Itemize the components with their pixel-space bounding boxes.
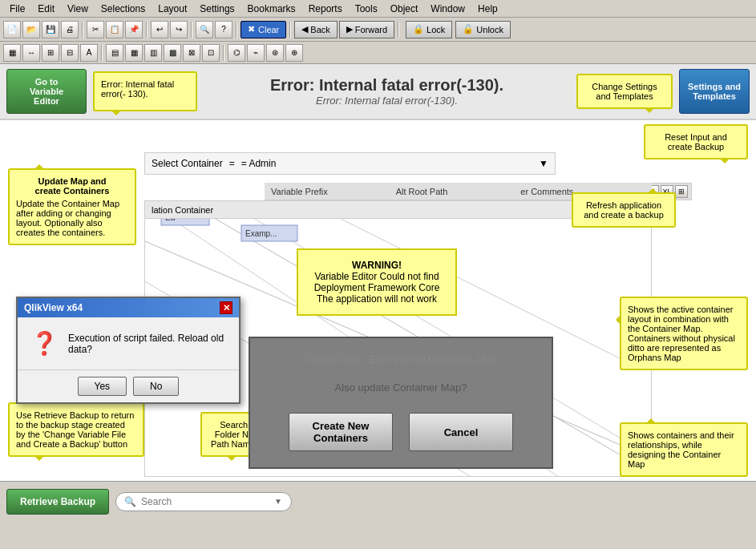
- toolbar-row-2: ▦ ↔ ⊞ ⊟ A ▤ ▦ ▥ ▩ ⊠ ⊡ ⌬ ⌁ ⊛ ⊕: [0, 42, 756, 64]
- select-container-value: = Admin: [241, 158, 539, 169]
- dropdown-arrow-icon[interactable]: ▼: [539, 158, 548, 169]
- tb2-13[interactable]: ⌁: [247, 44, 265, 62]
- tb2-4[interactable]: ⊟: [61, 44, 79, 62]
- tb2-10[interactable]: ⊠: [183, 44, 200, 62]
- dialog-question-icon: ❓: [30, 330, 59, 357]
- retrieve-backup-button[interactable]: Retrieve Backup: [6, 489, 109, 515]
- cancel-create-button[interactable]: Cancel: [409, 413, 513, 451]
- back-button[interactable]: ◀ Back: [294, 21, 337, 38]
- sep4: [236, 22, 237, 38]
- col-variable-prefix: Variable Prefix: [271, 187, 396, 196]
- warning-line1: Variable Editor Could not find: [308, 271, 446, 282]
- tb2-7[interactable]: ▦: [125, 44, 143, 62]
- new-btn[interactable]: 📄: [3, 21, 21, 38]
- container-map-callout: Shows the active container layout in com…: [620, 297, 748, 370]
- update-map-callout: Update Map andcreate Containers Update t…: [8, 168, 136, 245]
- search-btn[interactable]: 🔍: [196, 21, 213, 38]
- menu-file[interactable]: File: [3, 2, 31, 16]
- search-icon: 🔍: [124, 496, 136, 507]
- unlock-button[interactable]: 🔓 Unlock: [455, 21, 511, 38]
- back-icon: ◀: [301, 24, 308, 34]
- cut-btn[interactable]: ✂: [87, 21, 104, 38]
- refresh-text: Refresh application and create a backup: [584, 200, 664, 220]
- lock-button[interactable]: 🔒 Lock: [406, 21, 452, 38]
- tb2-14[interactable]: ⊛: [266, 44, 284, 62]
- search-dropdown-arrow[interactable]: ▼: [274, 497, 282, 506]
- tb2-12[interactable]: ⌬: [228, 44, 245, 62]
- menu-tools[interactable]: Tools: [349, 2, 384, 16]
- forward-button[interactable]: ▶ Forward: [339, 21, 394, 38]
- create-containers-dialog: Create Cont... Error Internal fatal erro…: [249, 337, 553, 469]
- menu-window[interactable]: Window: [424, 2, 471, 16]
- dialog-no-button[interactable]: No: [133, 377, 179, 396]
- unlock-icon: 🔓: [463, 24, 474, 34]
- dialog-message: Execution of script failed. Reload old d…: [68, 333, 226, 355]
- error-title: Error: Internal fatal error(-130).: [204, 76, 570, 95]
- toolbar-row-1: 📄 📂 💾 🖨 ✂ 📋 📌 ↩ ↪ 🔍 ? ✖ Clear ◀ Back ▶ F…: [0, 18, 756, 42]
- clear-icon: ✖: [248, 24, 255, 34]
- refresh-callout: Refresh application and create a backup: [572, 192, 676, 228]
- menu-selections[interactable]: Selections: [95, 2, 152, 16]
- info-btn-expand[interactable]: ⊞: [675, 185, 688, 198]
- reset-input-callout: Reset Input and create Backup: [644, 124, 748, 159]
- error-callout-text: Error: Internal fatal error(- 130).: [101, 79, 174, 99]
- menu-help[interactable]: Help: [471, 2, 504, 16]
- menu-layout[interactable]: Layout: [152, 2, 193, 16]
- update-map-text: Update the Container Map after adding or…: [16, 199, 119, 237]
- help-btn[interactable]: ?: [215, 21, 232, 38]
- copy-btn[interactable]: 📋: [106, 21, 123, 38]
- tb2-9[interactable]: ▩: [164, 44, 181, 62]
- dialog-body: ❓ Execution of script failed. Reload old…: [18, 317, 239, 369]
- tb2-15[interactable]: ⊕: [285, 44, 303, 62]
- create-dialog-title: Also update Container Map?: [266, 381, 536, 394]
- map-col-label: lation Container: [152, 205, 645, 215]
- settings-templates-button[interactable]: Settings and Templates: [679, 69, 750, 114]
- menu-view[interactable]: View: [61, 2, 95, 16]
- back-label: Back: [310, 25, 329, 34]
- paste-btn[interactable]: 📌: [125, 21, 143, 38]
- open-btn[interactable]: 📂: [22, 21, 40, 38]
- dialog-yes-button[interactable]: Yes: [78, 377, 127, 396]
- undo-btn[interactable]: ↩: [151, 21, 168, 38]
- dialog-close-button[interactable]: ✕: [220, 301, 232, 314]
- warning-box: WARNING! Variable Editor Could not find …: [297, 248, 457, 316]
- tb2-1[interactable]: ▦: [3, 44, 21, 62]
- change-settings-callout: Change Settings and Templates: [576, 74, 673, 109]
- main-area: Go to Variable Editor Error: Internal fa…: [0, 64, 756, 521]
- retrieve-hint-callout: Use Retrieve Backup to return to the bac…: [8, 402, 144, 457]
- lock-unlock-group: 🔒 Lock 🔓 Unlock: [406, 21, 511, 38]
- warning-title: WARNING!: [308, 260, 446, 271]
- save-btn[interactable]: 💾: [42, 21, 59, 38]
- warning-line2: Deployment Framework Core: [308, 282, 446, 293]
- redo-btn[interactable]: ↪: [170, 21, 188, 38]
- sep5: [289, 22, 291, 38]
- reset-input-text: Reset Input and create Backup: [665, 132, 727, 151]
- sep6: [398, 22, 399, 38]
- create-dialog-overlay-text: Create Cont... Error Internal fatal erro…: [307, 354, 495, 365]
- col-alt-root-path: Alt Root Path: [396, 187, 521, 196]
- update-map-title: Update Map andcreate Containers: [16, 176, 128, 196]
- tb2-11[interactable]: ⊡: [202, 44, 220, 62]
- tb2-3[interactable]: ⊞: [42, 44, 59, 62]
- create-new-containers-button[interactable]: Create New Containers: [289, 413, 393, 451]
- menu-reports[interactable]: Reports: [302, 2, 349, 16]
- clear-button[interactable]: ✖ Clear: [241, 21, 286, 38]
- svg-text:Examp...: Examp...: [245, 229, 277, 238]
- lock-label: Lock: [427, 25, 445, 34]
- change-settings-callout-text: Change Settings and Templates: [592, 82, 657, 101]
- sep2: [146, 22, 148, 38]
- print-btn[interactable]: 🖨: [61, 21, 79, 38]
- menu-edit[interactable]: Edit: [31, 2, 61, 16]
- search-input[interactable]: [141, 496, 269, 507]
- tb2-5[interactable]: A: [80, 44, 98, 62]
- go-to-variable-editor-button[interactable]: Go to Variable Editor: [6, 69, 87, 114]
- menubar: File Edit View Selections Layout Setting…: [0, 0, 756, 18]
- error-callout: Error: Internal fatal error(- 130).: [93, 71, 197, 111]
- menu-bookmarks[interactable]: Bookmarks: [241, 2, 302, 16]
- menu-object[interactable]: Object: [384, 2, 425, 16]
- tb2-8[interactable]: ▥: [144, 44, 162, 62]
- tb2-2[interactable]: ↔: [22, 44, 40, 62]
- tb2-6[interactable]: ▤: [106, 44, 123, 62]
- sep3: [191, 22, 192, 38]
- menu-settings[interactable]: Settings: [193, 2, 241, 16]
